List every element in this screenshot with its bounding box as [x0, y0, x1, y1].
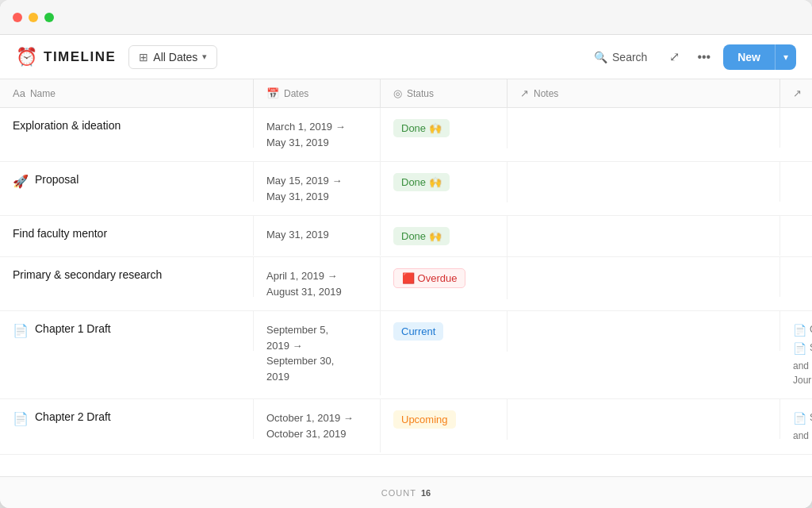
- table-row: 🚀 Proposal May 15, 2019 →May 31, 2019 Do…: [0, 162, 812, 216]
- app-logo: ⏰ TIMELINE: [16, 47, 116, 67]
- status-badge: 🟥 Overdue: [393, 268, 465, 288]
- toolbar: ⏰ TIMELINE ⊞ All Dates ▾ 🔍 Search ⤢ ••• …: [0, 35, 812, 79]
- cell-dates: May 15, 2019 →May 31, 2019: [254, 162, 381, 215]
- doc-icon: 📄: [793, 322, 806, 339]
- extra-text3: and: [793, 359, 799, 373]
- cell-status: Done 🙌: [381, 216, 508, 256]
- new-button-group: New ▾: [723, 44, 796, 70]
- doc-icon: 📄: [793, 341, 806, 357]
- row5-icon: 📄: [13, 323, 29, 338]
- row6-name: Chapter 2 Draft: [35, 410, 111, 423]
- maximize-button[interactable]: [44, 13, 54, 22]
- search-button[interactable]: 🔍 Search: [584, 46, 657, 68]
- row6-icon: 📄: [13, 411, 29, 426]
- titlebar: [0, 0, 812, 35]
- doc-icon: 📄: [793, 410, 806, 427]
- col-header-dates-label: Dates: [284, 88, 308, 99]
- cell-notes: [508, 162, 780, 202]
- row4-name: Primary & secondary research: [13, 268, 162, 281]
- more-button[interactable]: •••: [692, 45, 715, 69]
- cell-name[interactable]: 📄 Chapter 2 Draft: [0, 399, 254, 439]
- cell-status: Done 🙌: [381, 108, 508, 148]
- cell-dates: May 31, 2019: [254, 216, 381, 256]
- new-button[interactable]: New: [723, 44, 775, 70]
- count-label: COUNT: [381, 488, 416, 498]
- table-row: 📄 Chapter 1 Draft September 5,2019 →Sept…: [0, 311, 812, 399]
- extra-col-icon: ↗: [793, 87, 802, 99]
- cell-extra: [780, 162, 812, 202]
- app-title: TIMELINE: [44, 49, 116, 65]
- status-badge: Done 🙌: [393, 227, 450, 245]
- table-body: Exploration & ideation March 1, 2019 →Ma…: [0, 108, 812, 476]
- chevron-down-icon: ▾: [202, 52, 207, 62]
- status-badge: Upcoming: [393, 410, 456, 429]
- col-header-name[interactable]: Aa Name: [0, 79, 254, 107]
- cell-name[interactable]: Primary & secondary research: [0, 257, 254, 297]
- table-footer: COUNT 16: [0, 476, 812, 508]
- status-col-icon: ◎: [393, 87, 402, 99]
- row2-name: Proposal: [35, 173, 79, 186]
- status-badge: Done 🙌: [393, 173, 450, 191]
- status-badge: Current: [393, 322, 443, 341]
- app-logo-icon: ⏰: [16, 47, 37, 67]
- cell-extra: [780, 216, 812, 256]
- chevron-down-icon: ▾: [783, 52, 788, 63]
- table-row: Find faculty mentor May 31, 2019 Done 🙌: [0, 216, 812, 257]
- cell-extra: 📄 S and: [780, 399, 812, 454]
- app-window: ⏰ TIMELINE ⊞ All Dates ▾ 🔍 Search ⤢ ••• …: [0, 0, 812, 508]
- cell-dates: September 5,2019 →September 30,2019: [254, 311, 381, 395]
- close-button[interactable]: [13, 13, 22, 22]
- cell-notes: [508, 399, 780, 439]
- cell-name[interactable]: 📄 Chapter 1 Draft: [0, 311, 254, 351]
- col-header-notes[interactable]: ↗ Notes: [508, 79, 780, 107]
- cell-extra: 📄 C 📄 S and Jour: [780, 311, 812, 398]
- search-icon: 🔍: [594, 51, 607, 64]
- cell-dates: March 1, 2019 →May 31, 2019: [254, 108, 381, 161]
- count-value: 16: [421, 488, 431, 498]
- calendar-col-icon: 📅: [266, 87, 279, 99]
- table-row: 📄 Chapter 2 Draft October 1, 2019 →Octob…: [0, 399, 812, 455]
- col-header-extra[interactable]: ↗: [780, 79, 812, 107]
- status-badge: Done 🙌: [393, 119, 450, 137]
- col-header-dates[interactable]: 📅 Dates: [254, 79, 381, 107]
- minimize-button[interactable]: [29, 13, 38, 22]
- cell-dates: October 1, 2019 →October 31, 2019: [254, 399, 381, 452]
- cell-name[interactable]: Find faculty mentor: [0, 216, 254, 256]
- cell-status: Current: [381, 311, 508, 352]
- extra-text4: Jour: [793, 373, 799, 387]
- col-header-notes-label: Notes: [534, 88, 558, 99]
- cell-status: Done 🙌: [381, 162, 508, 202]
- cell-name[interactable]: 🚀 Proposal: [0, 162, 254, 202]
- cell-status: Upcoming: [381, 399, 508, 440]
- cell-status: 🟥 Overdue: [381, 257, 508, 299]
- cell-dates: April 1, 2019 →August 31, 2019: [254, 257, 381, 310]
- text-icon: Aa: [13, 87, 25, 99]
- date-filter-label: All Dates: [153, 51, 197, 64]
- table-row: Primary & secondary research April 1, 20…: [0, 257, 812, 311]
- cell-extra: [780, 257, 812, 297]
- cell-notes: [508, 311, 780, 351]
- more-icon: •••: [697, 50, 710, 64]
- cell-notes: [508, 216, 780, 256]
- date-filter-button[interactable]: ⊞ All Dates ▾: [128, 45, 217, 69]
- col-header-status-label: Status: [407, 88, 434, 99]
- search-label: Search: [612, 51, 647, 64]
- extra-text6: and: [793, 429, 799, 443]
- cell-notes: [508, 108, 780, 148]
- traffic-lights: [13, 13, 54, 22]
- row3-name: Find faculty mentor: [13, 227, 107, 240]
- expand-button[interactable]: ⤢: [665, 44, 684, 69]
- calendar-icon: ⊞: [139, 51, 148, 64]
- row1-name: Exploration & ideation: [13, 119, 121, 132]
- toolbar-actions: 🔍 Search ⤢ ••• New ▾: [584, 44, 796, 70]
- cell-name[interactable]: Exploration & ideation: [0, 108, 254, 148]
- col-header-status[interactable]: ◎ Status: [381, 79, 508, 107]
- cell-notes: [508, 257, 780, 297]
- notes-col-icon: ↗: [520, 87, 529, 99]
- table-row: Exploration & ideation March 1, 2019 →Ma…: [0, 108, 812, 162]
- row2-icon: 🚀: [13, 174, 29, 189]
- new-dropdown-button[interactable]: ▾: [775, 44, 796, 70]
- expand-icon: ⤢: [669, 50, 680, 64]
- column-headers: Aa Name 📅 Dates ◎ Status ↗ Notes ↗: [0, 79, 812, 108]
- cell-extra: [780, 108, 812, 148]
